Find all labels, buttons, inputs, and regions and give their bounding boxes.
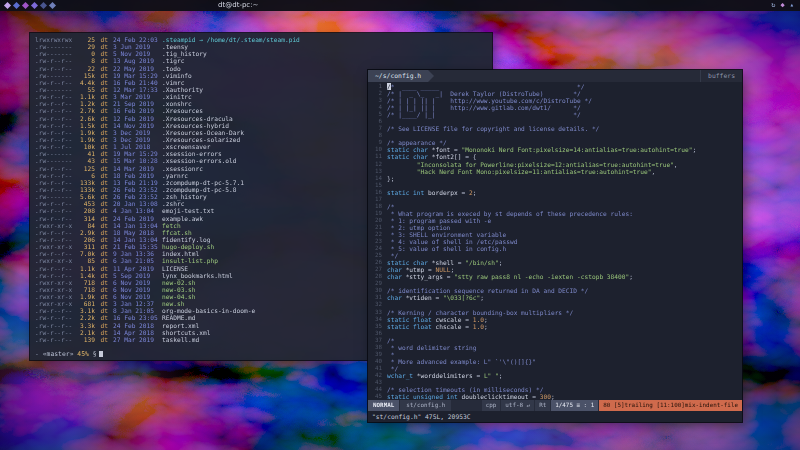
editor-window[interactable]: ~/s/config.h buffers 1/* ____ _____ */2/… [368,70,742,422]
code-area[interactable]: 1/* ____ _____ */2/* | _ \_ _| Derek Tay… [368,82,742,400]
code-line: 29 [368,280,742,287]
buffers-label: buffers [700,70,742,82]
code-line: 39 * [368,351,742,358]
workspace-6-icon[interactable] [49,2,56,9]
code-line: 20 * 1: program passed with -e [368,217,742,224]
code-line: 12 "Inconsolata for Powerline:pixelsize=… [368,161,742,168]
code-line: 15 [368,182,742,189]
mode-indicator: NORMAL [368,400,399,411]
code-line: 26static char *shell = "/bin/sh"; [368,259,742,266]
statusbar-filename: st/config.h [400,400,451,411]
position-indicator: 1/475 ≡ : 1 [551,400,598,411]
workspace-1-icon[interactable] [4,2,11,9]
code-line: 21 * 2: utmp option [368,224,742,231]
workspace-4-icon[interactable] [31,2,38,9]
code-line: 5/* |____/ |_| */ [368,111,742,118]
code-line: 19 * What program is execed by st depend… [368,210,742,217]
editor-statusbar: NORMAL st/config.h cpp utf-8 ↵ Rt 1/475 … [368,400,742,411]
code-line: 25 */ [368,252,742,259]
code-line: 13 "Hack Nerd Font Mono:pixelsize=11:ant… [368,168,742,175]
command-line: "st/config.h" 475L, 20953C [368,411,742,422]
code-line: 16static int borderpx = 2; [368,189,742,196]
code-line: 3/* | | | || | http://www.youtube.com/c/… [368,97,742,104]
code-line: 8 [368,132,742,139]
code-line: 35static float chscale = 1.0; [368,323,742,330]
system-tray: ↻◆▴ [771,0,794,11]
workspace-5-icon[interactable] [40,2,47,9]
code-line: 6 [368,118,742,125]
top-panel: dt@dt-pc:~ ↻◆▴ [0,0,800,11]
code-line: 9/* appearance */ [368,139,742,146]
whitespace-warning: 80 [5]trailing [11:100]mix-indent-file [599,400,742,411]
code-line: 28char *stty_args = "stty raw pass8 nl -… [368,273,742,280]
window-title: dt@dt-pc:~ [218,0,258,11]
code-line: 44/* selection timeouts (in milliseconds… [368,386,742,393]
code-line: 32 [368,301,742,308]
code-line: 18/* [368,203,742,210]
code-line: 1/* ____ _____ */ [368,83,742,90]
code-line: 42wchar_t *worddelimiters = L" "; [368,372,742,379]
updates-icon[interactable]: ↻ [771,0,775,11]
fileformat-indicator: Rt [535,400,550,411]
code-line: 36 [368,330,742,337]
workspace-indicators [5,3,55,8]
filetype-indicator: cpp [482,400,501,411]
tab-arrow-icon [428,70,434,82]
file-row: .rw-r--r--8dt13 Aug 2019.tigrc [35,57,492,64]
tab-config-h[interactable]: ~/s/config.h [368,70,428,82]
code-line: 34static float cwscale = 1.0; [368,316,742,323]
code-line: 23 * 4: value of shell in /etc/passwd [368,238,742,245]
code-line: 14}; [368,175,742,182]
code-line: 43 [368,379,742,386]
code-line: 17 [368,196,742,203]
volume-icon[interactable]: ◆ [781,0,785,11]
text-cursor [99,351,103,358]
statusbar-spacer [451,400,480,411]
code-line: 38 * word delimiter string [368,344,742,351]
code-line: 33/* Kerning / character bounding-box mu… [368,309,742,316]
code-line: 11static char *font2[] = { [368,153,742,160]
code-line: 27char *utmp = NULL; [368,266,742,273]
code-line: 31char *vtiden = "\033[?6c"; [368,294,742,301]
editor-tabline: ~/s/config.h buffers [368,70,742,82]
code-line: 40 * More advanced example: L" `'\"()[]{… [368,358,742,365]
workspace-3-icon[interactable] [22,2,29,9]
code-line: 30/* identification sequence returned in… [368,287,742,294]
code-line: 22 * 3: SHELL environment variable [368,231,742,238]
encoding-indicator: utf-8 ↵ [501,400,534,411]
code-line: 10static char *font = "Mononoki Nerd Fon… [368,146,742,153]
code-line: 37/* [368,337,742,344]
tab-title: ~/s/config.h [375,72,421,80]
code-line: 45static unsigned int doubleclicktimeout… [368,393,742,400]
file-row: .rw-------29dt3 Jun 2019.teensy [35,43,492,50]
file-row: lrwxrwxrwx25dt24 Feb 22:03.steampid → /h… [35,36,492,43]
code-line: 4/* | |_| || | http://www.gitlab.com/dwt… [368,104,742,111]
wifi-icon[interactable]: ▴ [790,0,794,11]
code-line: 41 */ [368,365,742,372]
code-line: 7/* See LICENSE file for copyright and l… [368,125,742,132]
file-row: .rw-------0dt5 Nov 2019.tig_history [35,50,492,57]
code-line: 24 * 5: value of shell in config.h [368,245,742,252]
workspace-2-icon[interactable] [13,2,20,9]
code-line: 2/* | _ \_ _| Derek Taylor (DistroTube) … [368,90,742,97]
desktop: dt@dt-pc:~ ↻◆▴ lrwxrwxrwx25dt24 Feb 22:0… [0,0,800,450]
